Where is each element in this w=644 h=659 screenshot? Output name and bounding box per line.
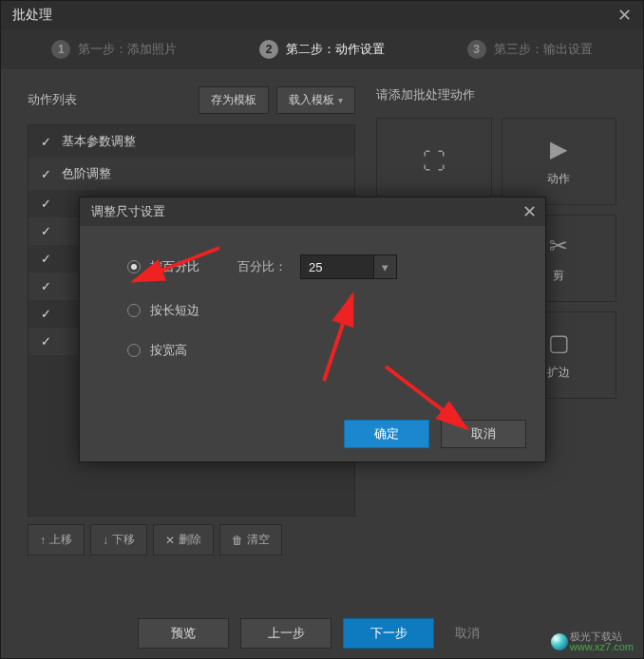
step-num-2: 2	[259, 40, 278, 59]
checkmark-icon: ✓	[40, 280, 52, 292]
close-icon[interactable]: ✕	[605, 1, 643, 29]
chevron-down-icon: ▾	[338, 95, 343, 105]
checkmark-icon: ✓	[40, 136, 52, 148]
ok-button[interactable]: 确定	[344, 420, 429, 448]
play-icon: ▶	[550, 137, 567, 161]
next-button[interactable]: 下一步	[343, 618, 434, 649]
preview-button[interactable]: 预览	[138, 618, 229, 649]
checkmark-icon: ✓	[40, 335, 52, 348]
step-1[interactable]: 1 第一步：添加照片	[10, 40, 218, 59]
crop-icon: ✂	[549, 234, 568, 258]
trash-icon: 🗑	[232, 534, 243, 547]
radio-icon	[127, 344, 141, 357]
footer: 预览 上一步 下一步 取消	[1, 618, 643, 649]
checkmark-icon: ✓	[40, 308, 52, 320]
modal-cancel-button[interactable]: 取消	[441, 420, 526, 448]
modal-close-icon[interactable]: ✕	[513, 198, 545, 226]
right-panel-title: 请添加批处理动作	[376, 86, 616, 104]
window-title: 批处理	[12, 7, 52, 24]
resize-icon: ⛶	[423, 149, 445, 174]
action-list-title: 动作列表	[28, 91, 77, 108]
step-num-3: 3	[467, 40, 486, 59]
list-item[interactable]: ✓基本参数调整	[28, 125, 354, 158]
resize-modal: 调整尺寸设置 ✕ 按百分比 百分比： ▾ 按长短边	[79, 197, 546, 462]
step-label-2: 第二步：动作设置	[286, 41, 385, 58]
checkmark-icon: ✓	[40, 168, 52, 180]
percent-input[interactable]	[300, 254, 374, 279]
modal-body: 按百分比 百分比： ▾ 按长短边 按宽高	[80, 226, 545, 393]
radio-icon	[127, 260, 141, 273]
radio-by-percent[interactable]: 按百分比 百分比： ▾	[127, 254, 507, 279]
step-bar: 1 第一步：添加照片 2 第二步：动作设置 3 第三步：输出设置	[1, 29, 643, 69]
panel-header: 动作列表 存为模板 载入模板▾	[28, 86, 355, 113]
border-icon: ▢	[548, 330, 570, 355]
radio-by-long-short[interactable]: 按长短边	[127, 302, 507, 319]
arrow-up-icon: ↑	[40, 534, 46, 547]
load-template-button[interactable]: 载入模板▾	[276, 86, 355, 114]
step-2[interactable]: 2 第二步：动作设置	[218, 40, 426, 59]
percent-label: 百分比：	[237, 258, 287, 275]
modal-titlebar: 调整尺寸设置 ✕	[80, 198, 545, 226]
site-watermark: 极光下载站 www.xz7.com	[551, 631, 634, 652]
x-icon: ✕	[165, 534, 175, 547]
percent-group: 百分比： ▾	[237, 254, 397, 279]
main-window: 批处理 ✕ 1 第一步：添加照片 2 第二步：动作设置 3 第三步：输出设置 动…	[0, 0, 644, 659]
checkmark-icon: ✓	[40, 225, 52, 237]
step-3[interactable]: 3 第三步：输出设置	[426, 40, 634, 59]
globe-icon	[551, 633, 568, 650]
clear-button[interactable]: 🗑清空	[219, 524, 282, 555]
delete-button[interactable]: ✕删除	[153, 524, 214, 555]
radio-icon	[127, 304, 141, 317]
modal-footer: 确定 取消	[344, 420, 526, 448]
modal-title: 调整尺寸设置	[91, 203, 165, 220]
move-down-button[interactable]: ↓下移	[90, 524, 147, 555]
arrow-down-icon: ↓	[103, 534, 108, 547]
checkmark-icon: ✓	[40, 253, 52, 265]
list-controls: ↑上移 ↓下移 ✕删除 🗑清空	[28, 524, 355, 555]
checkmark-icon: ✓	[40, 198, 52, 210]
tile-action[interactable]: ▶ 动作	[502, 118, 617, 205]
tile-resize[interactable]: ⛶	[376, 118, 492, 205]
chevron-down-icon[interactable]: ▾	[374, 254, 397, 279]
cancel-link[interactable]: 取消	[445, 625, 489, 642]
list-item[interactable]: ✓色阶调整	[28, 158, 354, 190]
step-num-1: 1	[51, 40, 70, 59]
move-up-button[interactable]: ↑上移	[28, 524, 85, 555]
radio-by-wh[interactable]: 按宽高	[127, 342, 507, 359]
step-label-1: 第一步：添加照片	[78, 41, 177, 58]
titlebar: 批处理 ✕	[1, 1, 643, 29]
prev-button[interactable]: 上一步	[240, 618, 331, 649]
step-label-3: 第三步：输出设置	[494, 41, 593, 58]
save-template-button[interactable]: 存为模板	[199, 86, 269, 114]
